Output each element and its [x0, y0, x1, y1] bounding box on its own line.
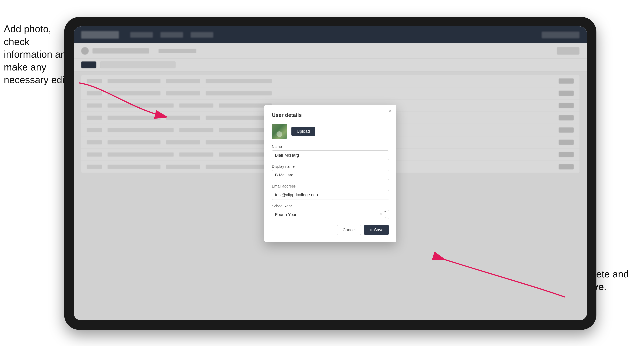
select-clear-icon[interactable]: ×: [380, 212, 382, 217]
photo-thumbnail: [272, 124, 287, 139]
name-label: Name: [272, 145, 389, 149]
modal-footer: Cancel ⬆ Save: [272, 225, 389, 235]
name-input[interactable]: [272, 150, 389, 160]
user-details-dialog: User details × Upload Name: [264, 105, 396, 242]
email-label: Email address: [272, 184, 389, 188]
right-arrow: [410, 244, 580, 301]
annotation-line-3: make any: [4, 62, 46, 73]
cancel-button[interactable]: Cancel: [337, 225, 361, 235]
display-name-field-group: Display name: [272, 164, 389, 180]
modal-close-button[interactable]: ×: [389, 108, 392, 114]
upload-photo-button[interactable]: Upload: [292, 127, 315, 136]
email-field-group: Email address: [272, 184, 389, 200]
left-arrow: [38, 72, 170, 124]
select-icons: × ⌃⌄: [380, 210, 386, 219]
name-field-group: Name: [272, 145, 389, 160]
email-input[interactable]: [272, 190, 389, 200]
school-year-label: School Year: [272, 204, 389, 208]
annotation-line-1: Add photo, check: [4, 23, 51, 47]
school-year-select[interactable]: Fourth Year First Year Second Year Third…: [272, 210, 389, 219]
photo-section: Upload: [272, 124, 389, 139]
save-button[interactable]: ⬆ Save: [364, 225, 389, 235]
save-icon: ⬆: [370, 228, 372, 232]
select-arrow-icon: ⌃⌄: [384, 210, 386, 219]
display-name-input[interactable]: [272, 170, 389, 180]
display-name-label: Display name: [272, 164, 389, 169]
photo-image: [272, 124, 287, 139]
annotation-line-2: information and: [4, 49, 71, 60]
save-button-label: Save: [374, 227, 384, 232]
modal-title: User details: [272, 112, 389, 118]
school-year-select-wrapper: Fourth Year First Year Second Year Third…: [272, 210, 389, 219]
school-year-field-group: School Year Fourth Year First Year Secon…: [272, 204, 389, 219]
